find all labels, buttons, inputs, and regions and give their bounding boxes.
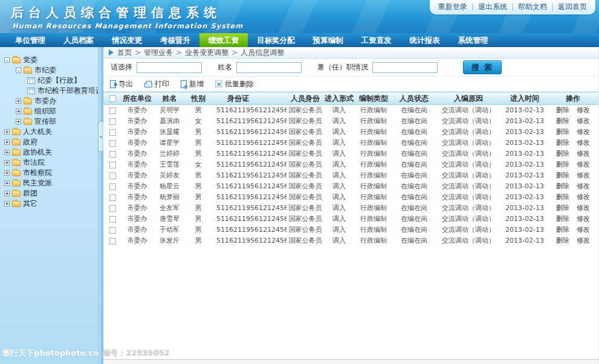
cell-date: 2013-02-13 [502, 159, 548, 170]
tree-toggle-icon[interactable]: + [16, 98, 21, 104]
toolbar-print-button[interactable]: 打印 [144, 79, 169, 89]
edit-link[interactable]: 修改 [577, 161, 590, 168]
tree-toggle-icon[interactable]: + [4, 160, 10, 165]
cell-identity: 国家公务员 [287, 225, 324, 235]
row-checkbox[interactable] [109, 118, 116, 125]
delete-link[interactable]: 删除 [556, 128, 569, 136]
edit-link[interactable]: 修改 [577, 128, 590, 136]
delete-link[interactable]: 删除 [556, 139, 569, 147]
edit-link[interactable]: 修改 [577, 193, 590, 201]
row-checkbox[interactable] [109, 184, 116, 190]
search-input[interactable] [372, 62, 438, 73]
tree-item[interactable]: +政府 [0, 137, 98, 147]
select-all-checkbox[interactable] [109, 95, 116, 102]
edit-link[interactable]: 修改 [577, 139, 590, 147]
row-checkbox[interactable] [109, 227, 116, 234]
tree-toggle-icon[interactable]: + [4, 139, 10, 145]
tree-toggle-icon[interactable]: + [4, 191, 10, 196]
delete-link[interactable]: 删除 [556, 193, 569, 201]
tree-item[interactable]: -党委 [0, 55, 98, 65]
breadcrumb-item[interactable]: 人员信息调整 [241, 48, 284, 57]
search-input[interactable] [137, 62, 202, 73]
row-checkbox[interactable] [109, 173, 116, 179]
tree-toggle-icon[interactable]: + [4, 150, 10, 155]
toolbar-add-button[interactable]: 新增 [181, 79, 204, 89]
search-button[interactable]: 搜 索 [463, 60, 502, 74]
row-checkbox[interactable] [109, 129, 116, 136]
menu-item[interactable]: 情况变更 [103, 33, 151, 47]
edit-link[interactable]: 修改 [577, 117, 590, 125]
tree-toggle-icon[interactable]: + [4, 170, 10, 176]
tree-toggle-icon[interactable]: - [4, 57, 10, 63]
tree-item[interactable]: +政协机关 [0, 147, 98, 158]
breadcrumb-item[interactable]: 首页 [117, 48, 132, 57]
menu-item[interactable]: 系统管理 [449, 33, 497, 47]
tree-item[interactable]: 市纪检干部教育培训中心 [0, 86, 98, 96]
menu-item[interactable]: 统计报表 [401, 33, 449, 47]
tree-item[interactable]: -市纪委 [0, 65, 98, 75]
delete-link[interactable]: 删除 [556, 215, 569, 223]
edit-link[interactable]: 修改 [577, 106, 590, 114]
search-input[interactable] [236, 62, 302, 73]
menu-item[interactable]: 考核晋升 [151, 33, 199, 47]
row-checkbox[interactable] [109, 194, 116, 201]
delete-link[interactable]: 删除 [556, 117, 569, 125]
edit-link[interactable]: 修改 [577, 171, 590, 179]
tree-item[interactable]: +民主党派 [0, 178, 98, 188]
delete-link[interactable]: 删除 [556, 161, 569, 168]
row-checkbox[interactable] [109, 216, 116, 223]
row-checkbox[interactable] [109, 140, 116, 147]
tree-toggle-icon[interactable]: + [4, 180, 10, 186]
tree-item[interactable]: +群团 [0, 188, 98, 199]
edit-link[interactable]: 修改 [577, 150, 590, 158]
breadcrumb-item[interactable]: 业务变更调整 [185, 48, 228, 57]
cell-status: 在编在岗 [393, 138, 435, 148]
edit-link[interactable]: 修改 [577, 204, 590, 212]
menu-item[interactable]: 单位管理 [6, 33, 54, 47]
delete-link[interactable]: 删除 [556, 150, 569, 158]
tree-toggle-icon[interactable]: - [16, 68, 21, 73]
cell-identity: 国家公务员 [287, 127, 324, 138]
quick-link[interactable]: 帮助文档 [518, 2, 547, 11]
delete-link[interactable]: 删除 [556, 237, 569, 244]
toolbar-batch-delete-button[interactable]: ×批量删除 [215, 79, 254, 89]
delete-link[interactable]: 删除 [556, 226, 569, 234]
delete-link[interactable]: 删除 [556, 204, 569, 212]
toolbar-export-button[interactable]: 导出 [110, 79, 133, 89]
row-checkbox[interactable] [109, 205, 116, 212]
tree-toggle-icon[interactable]: + [4, 129, 10, 135]
tree-item[interactable]: 纪委【行政】 [0, 75, 98, 86]
menu-item[interactable]: 绩效工资 [199, 33, 248, 47]
tree-toggle-icon[interactable]: + [4, 201, 10, 206]
tree-item[interactable]: +市检察院 [0, 168, 98, 178]
edit-link[interactable]: 修改 [577, 226, 590, 234]
edit-link[interactable]: 修改 [577, 182, 590, 190]
tree-toggle-icon[interactable]: + [16, 109, 21, 114]
delete-link[interactable]: 删除 [556, 171, 569, 179]
quick-link[interactable]: 重新登录 [438, 2, 467, 11]
tree-item[interactable]: +人大机关 [0, 127, 98, 137]
tree-item[interactable]: +宣传部 [0, 117, 98, 127]
quick-link[interactable]: 返回首页 [558, 2, 587, 11]
delete-link[interactable]: 删除 [556, 182, 569, 190]
quick-link[interactable]: 退出系统 [478, 2, 507, 11]
tree-item[interactable]: +组织部 [0, 106, 98, 117]
menu-item[interactable]: 预算编制 [304, 33, 352, 47]
menu-item[interactable]: 人员档案 [54, 33, 103, 47]
breadcrumb-item[interactable]: 管理业务 [144, 48, 173, 57]
folder-icon [12, 129, 21, 135]
row-checkbox[interactable] [109, 238, 116, 244]
sidebar-splitter[interactable]: ‹ [98, 47, 103, 364]
delete-link[interactable]: 删除 [556, 106, 569, 114]
edit-link[interactable]: 修改 [577, 237, 590, 244]
tree-item[interactable]: +其它 [0, 199, 98, 209]
edit-link[interactable]: 修改 [577, 215, 590, 223]
row-checkbox[interactable] [109, 162, 116, 168]
tree-item[interactable]: +市法院 [0, 158, 98, 168]
tree-item[interactable]: +市委办 [0, 96, 98, 106]
menu-item[interactable]: 目标奖分配 [248, 33, 304, 47]
tree-toggle-icon[interactable]: + [16, 119, 21, 124]
row-checkbox[interactable] [109, 151, 116, 158]
row-checkbox[interactable] [109, 107, 116, 114]
menu-item[interactable]: 工资直发 [352, 33, 401, 47]
